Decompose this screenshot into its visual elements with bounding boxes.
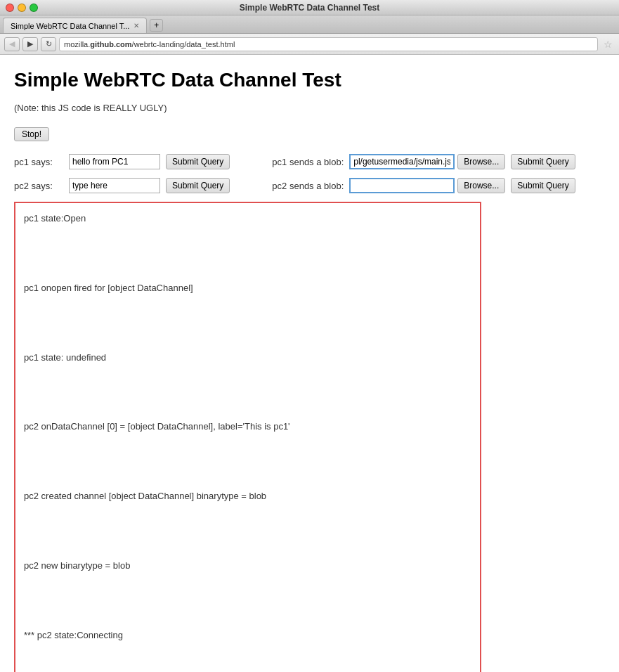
close-button[interactable] <box>6 4 14 12</box>
pc1-blob-path-input[interactable] <box>349 154 455 169</box>
minimize-button[interactable] <box>18 4 26 12</box>
log-line <box>24 453 471 471</box>
address-bar[interactable]: mozilla.github.com/webrtc-landing/data_t… <box>59 37 598 51</box>
bookmark-button[interactable]: ☆ <box>601 37 615 51</box>
pc2-says-label: pc2 says: <box>14 181 63 191</box>
url-text: mozilla.github.com/webrtc-landing/data_t… <box>64 40 235 49</box>
pc1-blob-form: pc1 sends a blob: Browse... Submit Query <box>272 154 575 169</box>
tab-bar: Simple WebRTC Data Channel T... ✕ + <box>0 15 619 34</box>
pc2-blob-path-input[interactable] <box>349 178 455 193</box>
pc2-row: pc2 says: Submit Query pc2 sends a blob:… <box>14 178 605 193</box>
pc1-says-label: pc1 says: <box>14 157 63 167</box>
new-tab-button[interactable]: + <box>150 19 163 32</box>
log-line: pc2 created channel [object DataChannel]… <box>24 488 471 505</box>
pc2-blob-form: pc2 sends a blob: Browse... Submit Query <box>272 178 575 193</box>
pc2-says-form: pc2 says: Submit Query <box>14 178 230 193</box>
pc2-says-input[interactable] <box>69 178 160 193</box>
log-line <box>24 314 471 332</box>
pc2-submit-button[interactable]: Submit Query <box>166 178 230 193</box>
back-button[interactable]: ◀ <box>4 37 20 51</box>
log-line <box>24 384 471 401</box>
page-content: Simple WebRTC Data Channel Test (Note: t… <box>0 55 619 672</box>
log-line: pc2 onDataChannel [0] = [object DataChan… <box>24 418 471 436</box>
maximize-button[interactable] <box>30 4 38 12</box>
pc1-says-input[interactable] <box>69 154 160 169</box>
log-area[interactable]: pc1 state:Open pc1 onopen fired for [obj… <box>14 202 481 672</box>
log-line <box>24 522 471 540</box>
forward-icon: ▶ <box>27 39 33 49</box>
pc1-blob-label: pc1 sends a blob: <box>272 157 344 167</box>
refresh-button[interactable]: ↻ <box>41 37 56 51</box>
pc2-blob-submit-button[interactable]: Submit Query <box>511 178 575 193</box>
back-icon: ◀ <box>9 39 15 49</box>
pc1-blob-submit-button[interactable]: Submit Query <box>511 154 575 169</box>
log-line <box>24 245 471 262</box>
pc1-browse-button[interactable]: Browse... <box>457 154 505 169</box>
window-controls[interactable] <box>6 4 38 12</box>
page-title: Simple WebRTC Data Channel Test <box>14 69 605 91</box>
star-icon: ☆ <box>604 39 613 50</box>
pc1-says-form: pc1 says: Submit Query <box>14 154 230 169</box>
log-line: pc1 state:Open <box>24 210 471 228</box>
browser-tab[interactable]: Simple WebRTC Data Channel T... ✕ <box>3 18 147 33</box>
log-line: pc2 new binarytype = blob <box>24 557 471 575</box>
pc2-browse-button[interactable]: Browse... <box>457 178 505 193</box>
log-line: *** pc2 state:Connecting <box>24 627 471 645</box>
log-line <box>24 592 471 609</box>
nav-bar: ◀ ▶ ↻ mozilla.github.com/webrtc-landing/… <box>0 34 619 55</box>
pc2-blob-label: pc2 sends a blob: <box>272 181 344 191</box>
forward-button[interactable]: ▶ <box>22 37 38 51</box>
pc1-submit-button[interactable]: Submit Query <box>166 154 230 169</box>
page-note: (Note: this JS code is REALLY UGLY) <box>14 103 605 113</box>
window-title: Simple WebRTC Data Channel Test <box>240 3 380 13</box>
log-line: pc1 state: undefined <box>24 349 471 367</box>
log-line: pc1 onopen fired for [object DataChannel… <box>24 280 471 297</box>
tab-close-icon[interactable]: ✕ <box>133 22 139 30</box>
tab-label: Simple WebRTC Data Channel T... <box>11 22 129 30</box>
title-bar: Simple WebRTC Data Channel Test <box>0 0 619 15</box>
log-line <box>24 661 471 672</box>
refresh-icon: ↻ <box>46 39 52 49</box>
stop-button[interactable]: Stop! <box>14 127 49 141</box>
pc1-row: pc1 says: Submit Query pc1 sends a blob:… <box>14 154 605 169</box>
